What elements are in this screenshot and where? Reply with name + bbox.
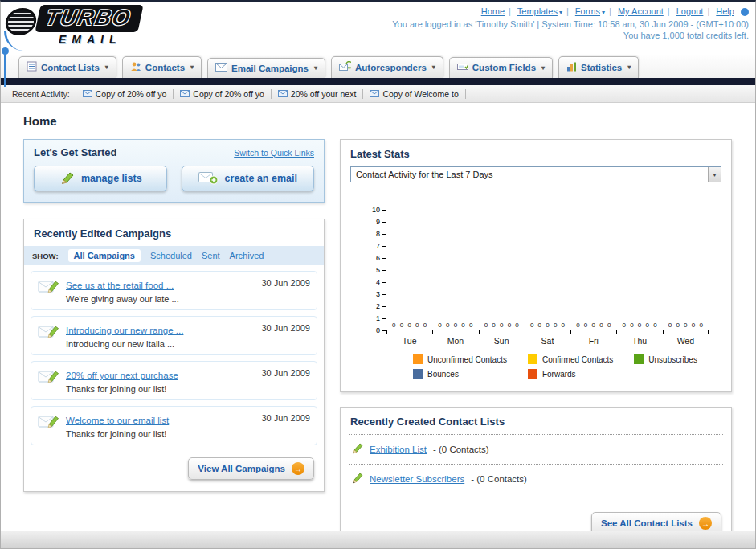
bar-value-labels: 0 0 0 0 0: [525, 322, 570, 329]
campaign-title-link[interactable]: 20% off your next purchase: [66, 371, 178, 380]
y-tick-label: 10: [372, 206, 380, 214]
campaign-list: See us at the retail food ... We're givi…: [24, 265, 324, 445]
campaign-edit-icon: [38, 323, 59, 343]
tab-label: Statistics: [581, 63, 622, 72]
activity-item-label: Copy of 20% off yo: [193, 89, 264, 99]
tab-contacts[interactable]: Contacts ▾: [122, 56, 202, 78]
recent-activity-label: Recent Activity:: [12, 89, 70, 99]
tab-contact-lists[interactable]: Contact Lists ▾: [18, 56, 116, 78]
x-tick-mark: [432, 330, 433, 334]
arrow-right-icon: →: [292, 462, 304, 475]
contact-list-link[interactable]: Newsletter Subscribers: [370, 474, 464, 484]
logo-turbo-label: TURBO: [43, 6, 133, 30]
x-tick-label: Thu: [616, 336, 662, 346]
stats-period-value: Contact Activity for the Last 7 Days: [356, 170, 493, 179]
recent-activity-item[interactable]: Copy of Welcome to: [363, 89, 465, 99]
y-tick-label: 9: [376, 218, 380, 226]
latest-stats-panel: Latest Stats Contact Activity for the La…: [340, 139, 732, 392]
campaign-edit-icon: [38, 278, 59, 298]
legend-swatch: [528, 369, 537, 379]
see-all-contact-lists-label: See All Contact Lists: [601, 518, 693, 528]
filter-sent[interactable]: Sent: [202, 251, 220, 260]
campaign-row[interactable]: 20% off your next purchase Thanks for jo…: [31, 361, 317, 400]
logo-turbo-box: TURBO: [35, 5, 143, 32]
campaign-title-link[interactable]: Introducing our new range ...: [66, 326, 183, 335]
switch-quick-links-link[interactable]: Switch to Quick Links: [234, 148, 314, 158]
filter-scheduled[interactable]: Scheduled: [150, 251, 192, 260]
bar-value-labels: 0 0 0 0 0: [432, 322, 478, 329]
logo-email-label: EMAIL: [59, 33, 122, 46]
campaign-subtitle: We're giving away our late ...: [66, 294, 255, 304]
contact-list-item[interactable]: Newsletter Subscribers - (0 Contacts): [349, 465, 723, 494]
campaign-title-link[interactable]: Welcome to our email list: [66, 416, 169, 425]
logo-swoosh-icon: [4, 31, 31, 51]
campaign-row[interactable]: See us at the retail food ... We're givi…: [31, 271, 317, 310]
pencil-icon: [350, 442, 363, 457]
left-column: Let's Get Started Switch to Quick Links …: [23, 139, 325, 492]
legend-swatch: [413, 354, 423, 364]
stats-period-select[interactable]: Contact Activity for the Last 7 Days ▼: [350, 166, 721, 182]
campaign-subtitle: Introducing our new Italia ...: [66, 339, 255, 349]
x-tick-label: Mon: [432, 336, 478, 346]
header: TURBO EMAIL Home Templates▾ Forms▾ My Ac…: [1, 2, 755, 54]
recent-activity-bar: Recent Activity: Copy of 20% off yo Copy…: [1, 85, 755, 103]
create-email-button[interactable]: create an email: [182, 166, 315, 191]
bar-value-labels: 0 0 0 0 0: [386, 322, 432, 329]
envelope-icon: [370, 89, 379, 99]
manage-lists-button[interactable]: manage lists: [34, 166, 167, 191]
tab-email-campaigns[interactable]: Email Campaigns ▾: [207, 58, 325, 78]
tab-autoresponders[interactable]: Autoresponders ▾: [331, 56, 443, 78]
arrow-right-icon: →: [699, 517, 712, 530]
legend-label: Confirmed Contacts: [542, 355, 613, 364]
campaigns-panel-title: Recently Edited Campaigns: [24, 219, 324, 246]
filter-all-campaigns[interactable]: All Campaigns: [68, 249, 141, 262]
chevron-down-icon: ▼: [708, 167, 721, 182]
link-help[interactable]: Help: [716, 6, 734, 16]
tab-custom-fields[interactable]: Custom Fields ▾: [449, 57, 553, 78]
chart-category-group: 0 0 0 0 0Sat: [525, 210, 570, 330]
tab-label: Contact Lists: [41, 63, 100, 72]
tab-statistics[interactable]: Statistics ▾: [558, 56, 639, 78]
link-my-account[interactable]: My Account: [618, 6, 664, 16]
main-nav: Contact Lists ▾ Contacts ▾ Email Campaig…: [1, 54, 755, 78]
create-email-label: create an email: [225, 173, 297, 184]
pencil-icon: [350, 472, 363, 486]
link-home[interactable]: Home: [481, 6, 505, 16]
link-templates[interactable]: Templates: [517, 6, 558, 16]
recent-activity-item[interactable]: 20% off your next: [272, 89, 364, 99]
contact-list-link[interactable]: Exhibition List: [370, 445, 427, 454]
page-title: Home: [23, 114, 755, 128]
filter-archived[interactable]: Archived: [230, 251, 264, 260]
chevron-down-icon: ▾: [627, 64, 631, 71]
x-tick-mark: [570, 330, 571, 334]
bar-value-labels: 0 0 0 0 0: [479, 322, 525, 329]
latest-stats-title: Latest Stats: [341, 140, 731, 166]
campaign-row[interactable]: Introducing our new range ... Introducin…: [31, 316, 317, 355]
get-started-title: Let's Get Started: [34, 146, 117, 158]
main-content: Home Let's Get Started Switch to Quick L…: [1, 103, 755, 547]
contact-list-item[interactable]: Exhibition List - (0 Contacts): [349, 435, 723, 465]
session-info: You are logged in as 'Timothy Smith' | S…: [392, 19, 749, 29]
chart-y-axis: 012345678910: [368, 210, 386, 330]
logo-swoosh-line: [4, 53, 6, 87]
x-tick-mark: [479, 330, 480, 334]
autoresponders-icon: [339, 61, 351, 73]
legend-label: Unsubscribes: [648, 355, 697, 364]
x-tick-mark: [386, 330, 387, 334]
envelope-plus-icon: [198, 170, 219, 187]
recent-activity-item[interactable]: Copy of 20% off yo: [76, 89, 174, 99]
chart-legend: Unconfirmed ContactsConfirmed ContactsUn…: [413, 354, 709, 379]
view-all-campaigns-label: View All Campaigns: [198, 464, 285, 473]
campaign-row[interactable]: Welcome to our email list Thanks for joi…: [31, 406, 317, 445]
recent-activity-item[interactable]: Copy of 20% off yo: [174, 89, 272, 99]
link-forms[interactable]: Forms: [575, 6, 600, 16]
campaign-title-link[interactable]: See us at the retail food ...: [66, 281, 174, 290]
y-tick-label: 8: [376, 230, 380, 238]
link-logout[interactable]: Logout: [676, 6, 704, 16]
nav-divider-bar: [1, 78, 755, 85]
view-all-campaigns-button[interactable]: View All Campaigns →: [188, 457, 314, 480]
campaign-subtitle: Thanks for joining our list!: [66, 429, 255, 439]
manage-lists-label: manage lists: [81, 173, 142, 184]
legend-label: Bounces: [427, 370, 459, 379]
contact-lists-icon: [27, 61, 37, 73]
